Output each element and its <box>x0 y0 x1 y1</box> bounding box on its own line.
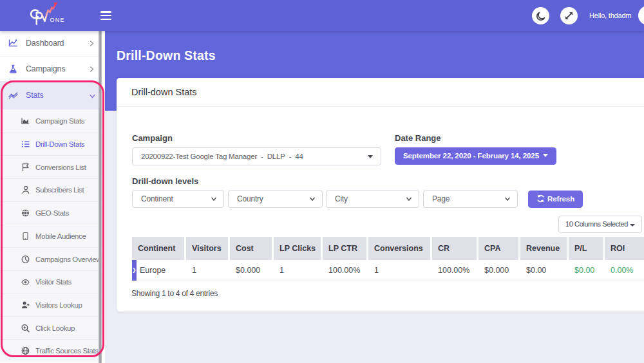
svg-text:ONE: ONE <box>50 17 65 23</box>
